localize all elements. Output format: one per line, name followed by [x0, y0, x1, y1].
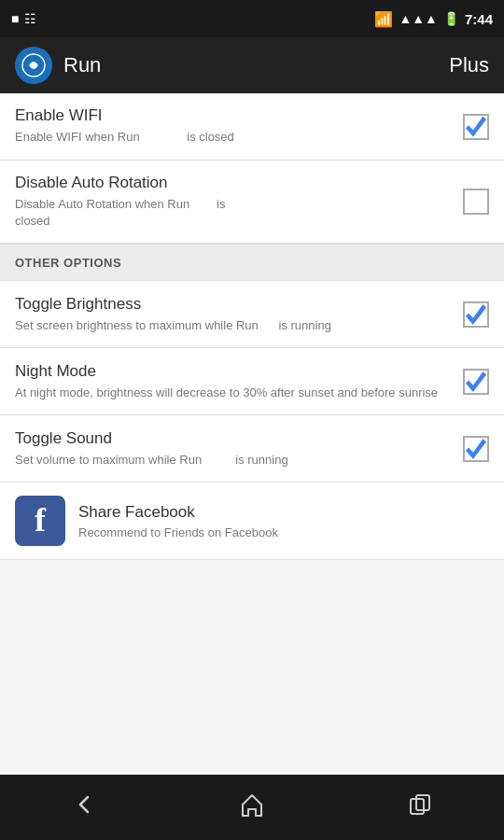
- facebook-text: Share Facebook Recommend to Friends on F…: [78, 503, 278, 539]
- setting-toggle-brightness-desc: Set screen brightness to maximum while R…: [15, 317, 448, 334]
- status-bar-right: 📶 ▲▲▲ 🔋 7:44: [374, 10, 493, 28]
- app-title: Run: [63, 53, 449, 77]
- bottom-nav: [0, 775, 504, 840]
- battery-icon: 🔋: [443, 11, 459, 26]
- setting-toggle-sound-text: Toggle Sound Set volume to maximum while…: [15, 429, 463, 469]
- setting-toggle-brightness-title: Toggle Brightness: [15, 295, 448, 314]
- setting-toggle-brightness-text: Toggle Brightness Set screen brightness …: [15, 295, 463, 334]
- app-logo: [15, 47, 52, 84]
- back-button[interactable]: [62, 782, 106, 833]
- signal-icon: ▲▲▲: [399, 11, 438, 26]
- status-bar: ■ ☷ 📶 ▲▲▲ 🔋 7:44: [0, 0, 504, 37]
- setting-enable-wifi-title: Enable WIFI: [15, 106, 448, 125]
- setting-disable-rotation-title: Disable Auto Rotation: [15, 174, 448, 192]
- setting-enable-wifi-text: Enable WIFI Enable WIFI when Run is clos…: [15, 106, 463, 146]
- recents-button[interactable]: [398, 782, 442, 833]
- setting-night-mode[interactable]: Night Mode At night mode, brightness wil…: [0, 348, 504, 415]
- app-subtitle: Plus: [449, 53, 489, 77]
- wifi-icon: 📶: [374, 10, 393, 28]
- setting-disable-rotation[interactable]: Disable Auto Rotation Disable Auto Rotat…: [0, 161, 504, 244]
- setting-toggle-sound[interactable]: Toggle Sound Set volume to maximum while…: [0, 415, 504, 483]
- bbm-icon: ■: [11, 11, 19, 26]
- facebook-description: Recommend to Friends on Facebook: [78, 525, 278, 539]
- settings-content: Enable WIFI Enable WIFI when Run is clos…: [0, 93, 504, 775]
- facebook-icon: f: [15, 496, 65, 546]
- setting-enable-wifi[interactable]: Enable WIFI Enable WIFI when Run is clos…: [0, 93, 504, 161]
- setting-night-mode-desc: At night mode, brightness will decrease …: [15, 385, 448, 401]
- setting-toggle-sound-desc: Set volume to maximum while Run is runni…: [15, 452, 448, 469]
- setting-night-mode-text: Night Mode At night mode, brightness wil…: [15, 362, 463, 401]
- app-bar: Run Plus: [0, 37, 504, 93]
- store-icon: ☷: [24, 11, 36, 26]
- share-facebook-item[interactable]: f Share Facebook Recommend to Friends on…: [0, 483, 504, 560]
- night-mode-checkbox[interactable]: [463, 369, 489, 395]
- toggle-sound-checkbox[interactable]: [463, 436, 489, 462]
- setting-toggle-brightness[interactable]: Toggle Brightness Set screen brightness …: [0, 281, 504, 348]
- facebook-title: Share Facebook: [78, 503, 278, 522]
- status-bar-left: ■ ☷: [11, 11, 36, 26]
- other-options-label: OTHER OPTIONS: [15, 256, 121, 270]
- setting-disable-rotation-text: Disable Auto Rotation Disable Auto Rotat…: [15, 174, 463, 230]
- enable-wifi-checkbox[interactable]: [463, 114, 489, 140]
- other-options-header: OTHER OPTIONS: [0, 244, 504, 281]
- setting-disable-rotation-desc: Disable Auto Rotation when Run isclosed: [15, 196, 448, 230]
- setting-enable-wifi-desc: Enable WIFI when Run is closed: [15, 129, 448, 146]
- setting-toggle-sound-title: Toggle Sound: [15, 429, 448, 448]
- toggle-brightness-checkbox[interactable]: [463, 301, 489, 328]
- time-display: 7:44: [465, 11, 493, 27]
- disable-rotation-checkbox[interactable]: [463, 189, 489, 215]
- home-button[interactable]: [230, 782, 274, 833]
- setting-night-mode-title: Night Mode: [15, 362, 448, 381]
- svg-point-1: [31, 63, 36, 68]
